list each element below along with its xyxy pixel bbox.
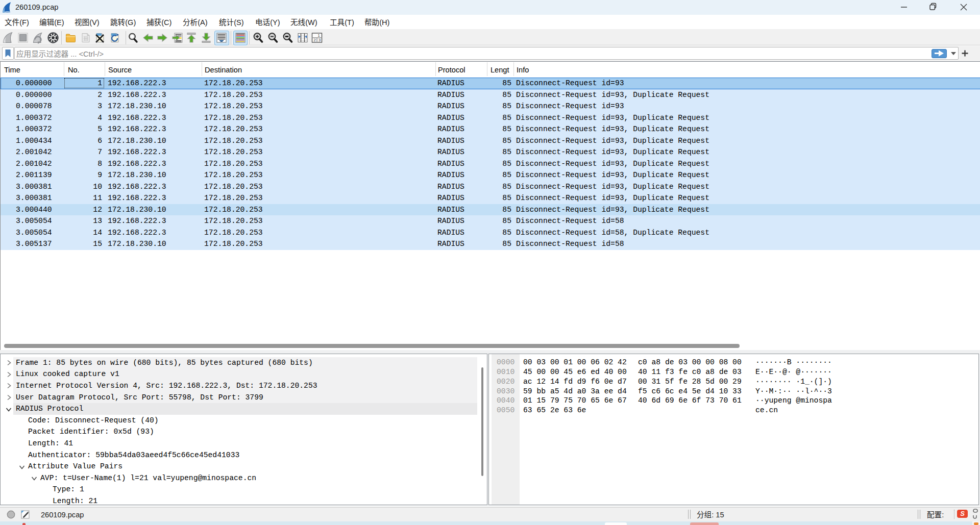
svg-text:1: 1 <box>317 33 320 38</box>
svg-text:3: 3 <box>318 38 321 42</box>
svg-text:2: 2 <box>313 38 315 42</box>
